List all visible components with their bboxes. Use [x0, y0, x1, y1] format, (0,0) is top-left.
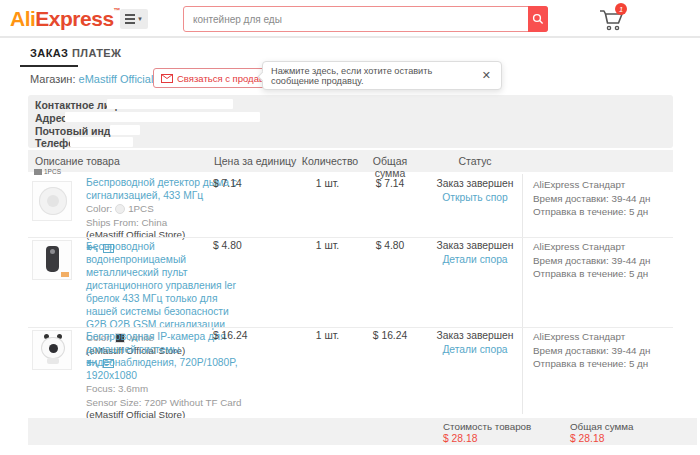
quantity: 1 шт. [300, 330, 355, 341]
product-thumbnail[interactable] [32, 330, 72, 370]
logo-ali: Ali [10, 7, 35, 30]
totals-bar: Стоимость товаров $ 28.18 Общая сумма $ … [28, 418, 697, 445]
unit-price: $ 16.24 [213, 330, 247, 341]
status-cell: Заказ завершен Открыть спор [428, 178, 522, 203]
order-item-row: Беспроводная IP-камера для домашней сист… [0, 328, 700, 414]
header-divider [0, 36, 700, 38]
shipping-dispatch: Отправка в течение: 5 дн [533, 267, 693, 281]
header-unit-price: Цена за единицу [214, 155, 296, 167]
search-bar [183, 6, 548, 32]
grand-total-block: Общая сумма $ 28.18 [570, 421, 633, 444]
grand-total-label: Общая сумма [570, 421, 633, 432]
shipping-time: Время доставки: 39-44 дн [533, 344, 693, 358]
product-focus-attr: Focus: 3.6mm [86, 383, 244, 396]
envelope-icon [161, 74, 173, 83]
line-total: $ 7.14 [358, 178, 422, 189]
unit-price: $ 7.14 [213, 178, 242, 189]
dispute-details-link[interactable]: Детали спора [428, 254, 522, 265]
product-sensor-attr: Sensor Size: 720P Without TF Card [86, 397, 244, 410]
shipping-cell: AliExpress Стандарт Время доставки: 39-4… [533, 240, 693, 281]
variant-thumb-icon [34, 169, 42, 175]
tooltip-text: Нажмите здесь, если хотите оставить сооб… [271, 66, 480, 86]
header-quantity: Количество [300, 155, 360, 167]
color-swatch [115, 204, 125, 214]
open-dispute-link[interactable]: Открыть спор [428, 192, 522, 203]
shipping-cell: AliExpress Стандарт Время доставки: 39-4… [533, 330, 693, 371]
order-status: Заказ завершен [428, 240, 522, 251]
header-description: Описание товара [35, 155, 120, 167]
close-icon[interactable]: ✕ [480, 69, 493, 82]
cart-count-badge: 1 [615, 3, 627, 15]
shipping-method: AliExpress Стандарт [533, 178, 693, 192]
order-status: Заказ завершен [428, 178, 522, 189]
search-input[interactable] [183, 6, 548, 32]
dispute-details-link[interactable]: Детали спора [428, 344, 522, 355]
store-label: Магазин: [30, 73, 76, 85]
status-cell: Заказ завершен Детали спора [428, 240, 522, 265]
logo-express: Express [35, 7, 113, 30]
shipping-method: AliExpress Стандарт [533, 330, 693, 344]
product-thumbnail[interactable] [32, 181, 72, 221]
grand-total-value: $ 28.18 [570, 433, 633, 444]
unit-price: $ 4.80 [213, 240, 242, 251]
shipping-time: Время доставки: 39-44 дн [533, 254, 693, 268]
items-cost-block: Стоимость товаров $ 28.18 [443, 421, 531, 444]
shipping-method: AliExpress Стандарт [533, 240, 693, 254]
line-total: $ 4.80 [358, 240, 422, 251]
smoke-detector-image [39, 187, 67, 215]
chevron-down-icon: ▼ [137, 16, 143, 22]
shipping-cell: AliExpress Стандарт Время доставки: 39-4… [533, 178, 693, 219]
product-thumbnail[interactable] [32, 240, 72, 280]
order-item-row: Беспроводной водонепроницаемый металличе… [0, 238, 700, 327]
contact-person-value [107, 99, 233, 109]
product-title-link[interactable]: Беспроводной водонепроницаемый металличе… [86, 240, 244, 331]
product-color-attr: Color:1PCS [86, 203, 244, 216]
variant-preview-badge: 1PCS [34, 168, 61, 175]
address-value [65, 112, 260, 122]
shipping-dispatch: Отправка в течение: 5 дн [533, 357, 693, 371]
hamburger-icon [125, 14, 135, 24]
thumbnail-tag [61, 272, 69, 277]
order-status: Заказ завершен [428, 330, 522, 341]
search-icon [532, 13, 544, 25]
key-fob-image [46, 246, 59, 272]
line-total: $ 16.24 [358, 330, 422, 341]
contact-info-box: Контактное лицо: Адрес: Почтовый индекс:… [28, 95, 673, 148]
aliexpress-order-page: AliExpress™ ▼ 1 ЗАКАЗ ПЛАТЕЖ Магазин: eM… [0, 0, 700, 455]
phone-value [70, 137, 133, 147]
quantity: 1 шт. [300, 240, 355, 251]
table-header: Описание товара Цена за единицу Количест… [28, 150, 673, 172]
items-cost-value: $ 28.18 [443, 433, 531, 444]
order-item-row: 1PCS Беспроводной детектор дыма с сигнал… [0, 174, 700, 237]
header-status: Статус [428, 155, 522, 167]
quantity: 1 шт. [300, 178, 355, 189]
shipping-time: Время доставки: 39-44 дн [533, 192, 693, 206]
search-button[interactable] [528, 6, 548, 32]
aliexpress-logo[interactable]: AliExpress™ [10, 7, 120, 31]
zip-value [110, 125, 140, 135]
tab-payment[interactable]: ПЛАТЕЖ [72, 47, 121, 65]
tab-order[interactable]: ЗАКАЗ [20, 47, 78, 67]
product-ships-from: Ships From: China [86, 217, 244, 230]
seller-message-tooltip: Нажмите здесь, если хотите оставить сооб… [262, 61, 502, 90]
cart-button[interactable]: 1 [598, 8, 632, 34]
status-cell: Заказ завершен Детали спора [428, 330, 522, 355]
categories-menu-button[interactable]: ▼ [120, 9, 148, 29]
items-cost-label: Стоимость товаров [443, 421, 531, 432]
shipping-dispatch: Отправка в течение: 5 дн [533, 205, 693, 219]
